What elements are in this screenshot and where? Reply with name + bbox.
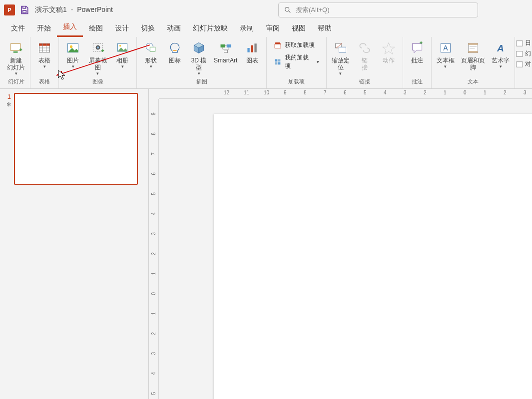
menu-tab-8[interactable]: 录制 [234,21,260,37]
svg-rect-5 [39,43,50,45]
ruler-tick: 3 [524,90,527,95]
svg-text:A: A [443,44,448,52]
3d-models-button[interactable]: 3D 模 型 ▾ [187,39,211,77]
ruler-tick: 2 [424,90,427,95]
icons-button[interactable]: 图标 [163,39,187,65]
smartart-button[interactable]: SmartArt [211,39,240,65]
shapes-icon [143,40,159,56]
date-time-button[interactable]: 日 [516,39,531,47]
chevron-down-icon: ▾ [121,64,124,69]
ruler-tick: 11 [244,90,249,95]
svg-rect-0 [23,10,26,13]
ruler-tick: 12 [224,90,229,95]
ruler-tick: 2 [151,249,156,259]
chevron-down-icon: ▾ [198,71,200,76]
chart-button[interactable]: 图表 [240,39,264,65]
ribbon-group-label: 链接 [359,78,370,86]
ruler-tick: 3 [404,90,407,95]
comment-button[interactable]: 批注 [405,39,429,65]
ribbon-button-label: SmartArt [214,57,237,64]
ribbon-group: 表格 ▾表格 [30,37,59,88]
ribbon-group: 缩放定 位 ▾ 链 接 动作 链接 [327,37,403,88]
photo-album-button[interactable]: 相册 ▾ [110,39,134,70]
ribbon-button-label: 链 接 [362,57,368,71]
ribbon-button-label: 文本框 [437,57,455,64]
my-addins-button[interactable]: 我的加载项 ▾ [272,52,321,71]
save-button[interactable] [19,4,30,15]
svg-rect-35 [517,51,523,56]
ribbon-button-label: 图片 [67,57,79,64]
ribbon-group: 形状 ▾ 图标 3D 模 型 ▾ SmartArt 图表 插图 [137,37,267,88]
zoom-icon [333,40,349,56]
svg-point-7 [70,45,72,48]
menu-tab-1[interactable]: 开始 [31,21,57,37]
comment-icon [409,40,425,56]
get-addins-button[interactable]: 获取加载项 [272,40,321,50]
svg-rect-19 [251,45,253,52]
ribbon-button-label: 新建 幻灯片 [7,57,25,71]
menu-tab-4[interactable]: 设计 [109,21,135,37]
svg-rect-17 [224,50,227,52]
ribbon-group-label: 图像 [92,78,103,86]
table-button[interactable]: 表格 ▾ [32,39,56,70]
ruler-tick: 4 [151,209,156,219]
ribbon-group-label: 插图 [196,78,207,86]
search-placeholder: 搜索(Alt+Q) [296,5,330,14]
svg-rect-32 [468,51,478,53]
addins-icon [274,58,282,66]
slide-canvas[interactable] [214,114,532,399]
menu-tab-0[interactable]: 文件 [5,21,31,37]
screenshot-icon [90,40,106,56]
slide-number-label: 1 [4,93,11,100]
svg-rect-25 [278,62,281,65]
slide-thumbnail-panel[interactable]: 1 ✻ [0,89,149,399]
ruler-tick: 5 [364,90,367,95]
ruler-tick: 1 [484,90,487,95]
textbox-button[interactable]: A 文本框 ▾ [434,39,458,70]
ruler-tick: 6 [344,90,347,95]
menu-tab-6[interactable]: 动画 [161,21,187,37]
ruler-tick: 9 [284,90,287,95]
slide-number-button[interactable]: 幻 [516,49,531,58]
slide-thumbnail[interactable] [14,93,138,185]
svg-rect-31 [468,43,478,45]
ruler-tick: 0 [151,289,156,299]
ribbon-button-label: 形状 [145,57,157,64]
ruler-tick: 7 [151,149,156,159]
screenshot-button[interactable]: 屏幕截图 ▾ [85,39,110,77]
ruler-tick: 1 [151,269,156,279]
store-icon [274,41,282,49]
menu-tab-9[interactable]: 审阅 [260,21,286,37]
menu-tab-2[interactable]: 插入 [57,19,83,37]
ribbon-button-label: 图表 [246,57,258,64]
menu-tab-10[interactable]: 视图 [286,21,312,37]
workspace: 1 ✻ 12111098765432101234 987654321012345 [0,89,532,399]
ribbon-button-label: 屏幕截图 [88,57,107,71]
pictures-button[interactable]: 图片 ▾ [61,39,85,70]
ribbon-button-label: 图标 [169,57,181,64]
smartart-icon [218,40,234,56]
chevron-down-icon: ▾ [72,64,74,69]
link-icon [357,40,373,56]
ruler-tick: 1 [444,90,447,95]
chevron-down-icon: ▾ [43,64,46,69]
ribbon-group: 获取加载项 我的加载项 ▾加载项 [267,37,326,88]
svg-rect-24 [275,62,278,65]
menu-tab-3[interactable]: 绘图 [83,21,109,37]
header-footer-button[interactable]: 页眉和页脚 [458,39,489,72]
menu-tab-11[interactable]: 帮助 [312,21,338,37]
new-slide-button[interactable]: 新建 幻灯片 ▾ [4,39,28,77]
object-button[interactable]: 对 [516,60,531,68]
zoom-button[interactable]: 缩放定 位 ▾ [329,39,353,77]
ribbon-button-label: 3D 模 型 [191,57,207,71]
ruler-tick: 8 [304,90,307,95]
shapes-button[interactable]: 形状 ▾ [139,39,163,70]
menu-tab-5[interactable]: 切换 [135,21,161,37]
ruler-tick: 10 [264,90,269,95]
ruler-tick: 4 [384,90,387,95]
slide-canvas-area: 12111098765432101234 987654321012345 [149,89,532,399]
svg-rect-14 [150,47,155,51]
menu-tab-7[interactable]: 幻灯片放映 [187,21,234,37]
wordart-button[interactable]: A 艺术字 ▾ [489,39,513,70]
search-input[interactable]: 搜索(Alt+Q) [278,2,478,17]
